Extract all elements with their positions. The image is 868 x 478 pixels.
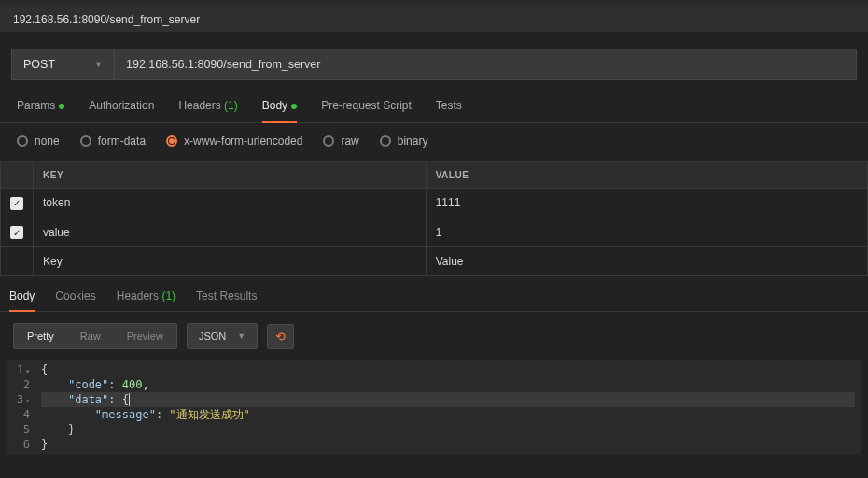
code-content[interactable]: { "code": 400, "data": {​ "message": "通知…: [35, 360, 861, 454]
table-row[interactable]: ✓ value 1: [1, 218, 868, 247]
radio-icon: [166, 135, 177, 147]
view-mode-group: Pretty Raw Preview: [13, 323, 177, 349]
view-mode-raw[interactable]: Raw: [67, 324, 114, 348]
resp-headers-count-badge: (1): [161, 289, 175, 302]
tab-tests[interactable]: Tests: [436, 99, 462, 122]
http-method-select[interactable]: POST ▼: [12, 49, 115, 79]
response-body-viewer[interactable]: 1 2 3 4 5 6 { "code": 400, "data": {​ "m…: [7, 360, 861, 454]
view-mode-pretty[interactable]: Pretty: [14, 324, 67, 348]
param-value-placeholder[interactable]: Value: [426, 247, 867, 276]
headers-count-badge: (1): [224, 99, 238, 112]
row-checkbox[interactable]: ✓: [10, 226, 23, 239]
param-value-cell[interactable]: 1111: [426, 189, 867, 218]
request-title-text: 192.168.56.1:8090/send_from_server: [13, 13, 200, 26]
table-row[interactable]: ✓ token 1111: [1, 189, 868, 218]
row-checkbox[interactable]: ✓: [10, 197, 23, 210]
tab-body[interactable]: Body: [262, 99, 297, 123]
body-params-table: KEY VALUE ✓ token 1111 ✓ value 1 Key Val…: [0, 162, 868, 276]
tab-authorization[interactable]: Authorization: [89, 99, 154, 122]
radio-icon: [380, 135, 391, 147]
param-key-placeholder[interactable]: Key: [34, 247, 427, 276]
request-builder: POST ▼: [11, 49, 857, 80]
body-type-binary[interactable]: binary: [380, 134, 428, 148]
view-mode-preview[interactable]: Preview: [114, 324, 176, 348]
body-type-none[interactable]: none: [17, 134, 60, 148]
status-dot-icon: [291, 104, 297, 109]
column-value: VALUE: [426, 162, 867, 189]
chevron-down-icon: ▼: [94, 60, 103, 69]
radio-icon: [323, 135, 334, 147]
http-method-label: POST: [23, 58, 55, 71]
body-type-selector: none form-data x-www-form-urlencoded raw…: [0, 123, 868, 162]
column-checkbox: [1, 162, 34, 189]
param-value-cell[interactable]: 1: [426, 218, 867, 247]
resp-tab-headers[interactable]: Headers (1): [117, 289, 175, 311]
chevron-down-icon: ▼: [237, 331, 245, 341]
body-type-raw[interactable]: raw: [323, 134, 358, 148]
wrap-icon: ⟲: [275, 330, 286, 344]
resp-tab-body[interactable]: Body: [9, 289, 35, 312]
request-tab-title[interactable]: 192.168.56.1:8090/send_from_server: [0, 7, 868, 32]
tab-prerequest[interactable]: Pre-request Script: [321, 99, 412, 122]
wrap-lines-button[interactable]: ⟲: [267, 324, 294, 349]
response-format-select[interactable]: JSON ▼: [187, 323, 258, 349]
body-type-urlencoded[interactable]: x-www-form-urlencoded: [166, 134, 302, 148]
status-dot-icon: [59, 104, 64, 109]
request-url-input[interactable]: [115, 49, 856, 79]
response-toolbar: Pretty Raw Preview JSON ▼ ⟲: [0, 312, 868, 360]
line-gutter: 1 2 3 4 5 6: [7, 360, 35, 454]
resp-tab-cookies[interactable]: Cookies: [55, 289, 95, 311]
table-row-empty[interactable]: Key Value: [1, 247, 868, 276]
param-key-cell[interactable]: value: [34, 218, 427, 247]
tab-params[interactable]: Params: [17, 99, 64, 122]
response-section-tabs: Body Cookies Headers (1) Test Results: [0, 276, 868, 312]
request-section-tabs: Params Authorization Headers (1) Body Pr…: [0, 80, 868, 123]
resp-tab-test-results[interactable]: Test Results: [196, 289, 257, 311]
body-type-form-data[interactable]: form-data: [80, 134, 146, 148]
tab-headers[interactable]: Headers (1): [178, 99, 237, 122]
radio-icon: [80, 135, 91, 147]
radio-icon: [17, 135, 28, 147]
column-key: KEY: [34, 162, 427, 189]
param-key-cell[interactable]: token: [34, 189, 427, 218]
